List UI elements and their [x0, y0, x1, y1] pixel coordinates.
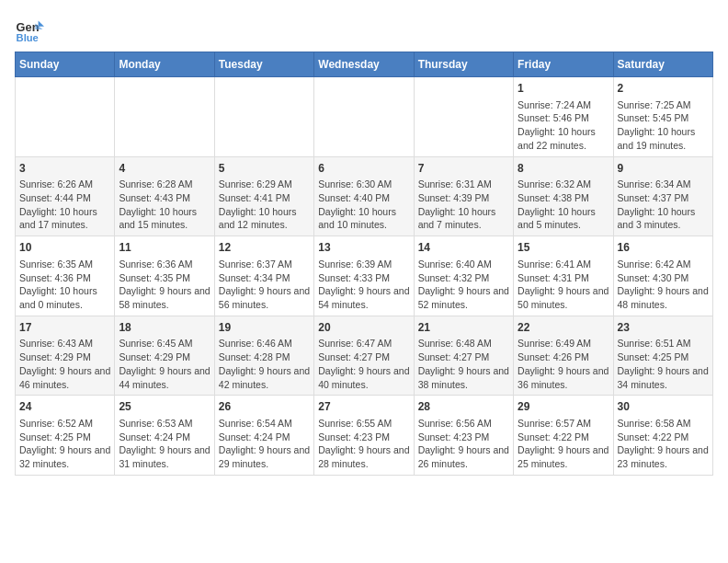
calendar-day-cell-15: 15Sunrise: 6:41 AM Sunset: 4:31 PM Dayli…: [514, 236, 613, 316]
weekday-header-row: SundayMondayTuesdayWednesdayThursdayFrid…: [16, 52, 713, 77]
day-info: Sunrise: 6:30 AM Sunset: 4:40 PM Dayligh…: [318, 178, 409, 232]
calendar-week-row: 17Sunrise: 6:43 AM Sunset: 4:29 PM Dayli…: [16, 316, 713, 396]
day-number: 11: [119, 240, 210, 256]
day-info: Sunrise: 6:58 AM Sunset: 4:22 PM Dayligh…: [618, 417, 709, 471]
day-number: 10: [19, 240, 110, 256]
day-number: 21: [418, 320, 509, 336]
day-number: 2: [618, 81, 709, 97]
calendar-day-cell-7: 7Sunrise: 6:31 AM Sunset: 4:39 PM Daylig…: [414, 156, 513, 236]
day-number: 3: [19, 161, 110, 177]
calendar-day-cell-26: 26Sunrise: 6:54 AM Sunset: 4:24 PM Dayli…: [214, 396, 313, 476]
svg-text:Blue: Blue: [17, 32, 39, 43]
day-number: 23: [618, 320, 709, 336]
day-info: Sunrise: 6:41 AM Sunset: 4:31 PM Dayligh…: [518, 258, 609, 312]
day-info: Sunrise: 6:42 AM Sunset: 4:30 PM Dayligh…: [618, 258, 709, 312]
day-number: 26: [219, 399, 310, 415]
calendar-day-cell-16: 16Sunrise: 6:42 AM Sunset: 4:30 PM Dayli…: [613, 236, 712, 316]
calendar-day-cell-4: 4Sunrise: 6:28 AM Sunset: 4:43 PM Daylig…: [115, 156, 214, 236]
calendar-day-cell-6: 6Sunrise: 6:30 AM Sunset: 4:40 PM Daylig…: [314, 156, 414, 236]
day-number: 24: [19, 399, 110, 415]
day-info: Sunrise: 6:28 AM Sunset: 4:43 PM Dayligh…: [119, 178, 210, 232]
day-info: Sunrise: 6:49 AM Sunset: 4:26 PM Dayligh…: [518, 337, 609, 391]
day-number: 17: [19, 320, 110, 336]
day-info: Sunrise: 6:56 AM Sunset: 4:23 PM Dayligh…: [418, 417, 509, 471]
page-header: Gen Blue: [15, 15, 713, 44]
day-info: Sunrise: 6:31 AM Sunset: 4:39 PM Dayligh…: [418, 178, 509, 232]
calendar-day-cell-11: 11Sunrise: 6:36 AM Sunset: 4:35 PM Dayli…: [115, 236, 214, 316]
calendar-day-cell-22: 22Sunrise: 6:49 AM Sunset: 4:26 PM Dayli…: [514, 316, 613, 396]
calendar-day-cell-14: 14Sunrise: 6:40 AM Sunset: 4:32 PM Dayli…: [414, 236, 513, 316]
day-number: 1: [518, 81, 609, 97]
calendar-empty-cell: [115, 77, 214, 157]
day-number: 13: [318, 240, 409, 256]
calendar-week-row: 10Sunrise: 6:35 AM Sunset: 4:36 PM Dayli…: [16, 236, 713, 316]
day-info: Sunrise: 7:24 AM Sunset: 5:46 PM Dayligh…: [518, 98, 609, 153]
calendar-day-cell-29: 29Sunrise: 6:57 AM Sunset: 4:22 PM Dayli…: [514, 396, 613, 476]
day-number: 8: [518, 161, 609, 177]
calendar-empty-cell: [414, 77, 513, 157]
day-number: 5: [219, 161, 310, 177]
day-number: 25: [119, 399, 210, 415]
day-info: Sunrise: 6:57 AM Sunset: 4:22 PM Dayligh…: [518, 417, 609, 471]
day-number: 27: [318, 399, 409, 415]
calendar-day-cell-20: 20Sunrise: 6:47 AM Sunset: 4:27 PM Dayli…: [314, 316, 414, 396]
weekday-header-saturday: Saturday: [613, 52, 712, 77]
calendar-empty-cell: [16, 77, 115, 157]
weekday-header-thursday: Thursday: [414, 52, 513, 77]
calendar-day-cell-5: 5Sunrise: 6:29 AM Sunset: 4:41 PM Daylig…: [214, 156, 313, 236]
calendar-day-cell-18: 18Sunrise: 6:45 AM Sunset: 4:29 PM Dayli…: [115, 316, 214, 396]
day-number: 29: [518, 399, 609, 415]
day-number: 7: [418, 161, 509, 177]
calendar-day-cell-21: 21Sunrise: 6:48 AM Sunset: 4:27 PM Dayli…: [414, 316, 513, 396]
weekday-header-sunday: Sunday: [16, 52, 115, 77]
day-info: Sunrise: 6:48 AM Sunset: 4:27 PM Dayligh…: [418, 337, 509, 391]
day-info: Sunrise: 6:37 AM Sunset: 4:34 PM Dayligh…: [219, 258, 310, 312]
weekday-header-wednesday: Wednesday: [314, 52, 414, 77]
svg-marker-2: [39, 20, 44, 26]
day-info: Sunrise: 6:53 AM Sunset: 4:24 PM Dayligh…: [119, 417, 210, 471]
day-number: 16: [618, 240, 709, 256]
day-info: Sunrise: 6:45 AM Sunset: 4:29 PM Dayligh…: [119, 337, 210, 391]
calendar-day-cell-8: 8Sunrise: 6:32 AM Sunset: 4:38 PM Daylig…: [514, 156, 613, 236]
day-number: 9: [618, 161, 709, 177]
day-info: Sunrise: 6:51 AM Sunset: 4:25 PM Dayligh…: [618, 337, 709, 391]
day-number: 4: [119, 161, 210, 177]
day-number: 6: [318, 161, 409, 177]
day-info: Sunrise: 6:54 AM Sunset: 4:24 PM Dayligh…: [219, 417, 310, 471]
day-number: 20: [318, 320, 409, 336]
day-info: Sunrise: 6:36 AM Sunset: 4:35 PM Dayligh…: [119, 258, 210, 312]
calendar-day-cell-24: 24Sunrise: 6:52 AM Sunset: 4:25 PM Dayli…: [16, 396, 115, 476]
day-info: Sunrise: 6:29 AM Sunset: 4:41 PM Dayligh…: [219, 178, 310, 232]
logo-icon: Gen Blue: [15, 15, 44, 44]
day-number: 22: [518, 320, 609, 336]
calendar-day-cell-23: 23Sunrise: 6:51 AM Sunset: 4:25 PM Dayli…: [613, 316, 712, 396]
day-info: Sunrise: 6:46 AM Sunset: 4:28 PM Dayligh…: [219, 337, 310, 391]
day-info: Sunrise: 6:43 AM Sunset: 4:29 PM Dayligh…: [19, 337, 110, 391]
day-number: 14: [418, 240, 509, 256]
calendar-day-cell-19: 19Sunrise: 6:46 AM Sunset: 4:28 PM Dayli…: [214, 316, 313, 396]
calendar-day-cell-3: 3Sunrise: 6:26 AM Sunset: 4:44 PM Daylig…: [16, 156, 115, 236]
calendar-day-cell-1: 1Sunrise: 7:24 AM Sunset: 5:46 PM Daylig…: [514, 77, 613, 157]
day-info: Sunrise: 6:32 AM Sunset: 4:38 PM Dayligh…: [518, 178, 609, 232]
day-number: 18: [119, 320, 210, 336]
day-info: Sunrise: 6:47 AM Sunset: 4:27 PM Dayligh…: [318, 337, 409, 391]
day-info: Sunrise: 6:26 AM Sunset: 4:44 PM Dayligh…: [19, 178, 110, 232]
calendar-day-cell-9: 9Sunrise: 6:34 AM Sunset: 4:37 PM Daylig…: [613, 156, 712, 236]
calendar-week-row: 3Sunrise: 6:26 AM Sunset: 4:44 PM Daylig…: [16, 156, 713, 236]
calendar-day-cell-27: 27Sunrise: 6:55 AM Sunset: 4:23 PM Dayli…: [314, 396, 414, 476]
day-info: Sunrise: 6:39 AM Sunset: 4:33 PM Dayligh…: [318, 258, 409, 312]
day-number: 19: [219, 320, 310, 336]
day-number: 15: [518, 240, 609, 256]
logo: Gen Blue: [15, 15, 48, 44]
calendar-table: SundayMondayTuesdayWednesdayThursdayFrid…: [15, 52, 713, 476]
day-info: Sunrise: 6:40 AM Sunset: 4:32 PM Dayligh…: [418, 258, 509, 312]
calendar-day-cell-17: 17Sunrise: 6:43 AM Sunset: 4:29 PM Dayli…: [16, 316, 115, 396]
day-number: 30: [618, 399, 709, 415]
day-info: Sunrise: 6:34 AM Sunset: 4:37 PM Dayligh…: [618, 178, 709, 232]
calendar-day-cell-28: 28Sunrise: 6:56 AM Sunset: 4:23 PM Dayli…: [414, 396, 513, 476]
calendar-empty-cell: [214, 77, 313, 157]
calendar-day-cell-13: 13Sunrise: 6:39 AM Sunset: 4:33 PM Dayli…: [314, 236, 414, 316]
day-info: Sunrise: 7:25 AM Sunset: 5:45 PM Dayligh…: [618, 98, 709, 153]
calendar-week-row: 1Sunrise: 7:24 AM Sunset: 5:46 PM Daylig…: [16, 77, 713, 157]
weekday-header-tuesday: Tuesday: [214, 52, 313, 77]
